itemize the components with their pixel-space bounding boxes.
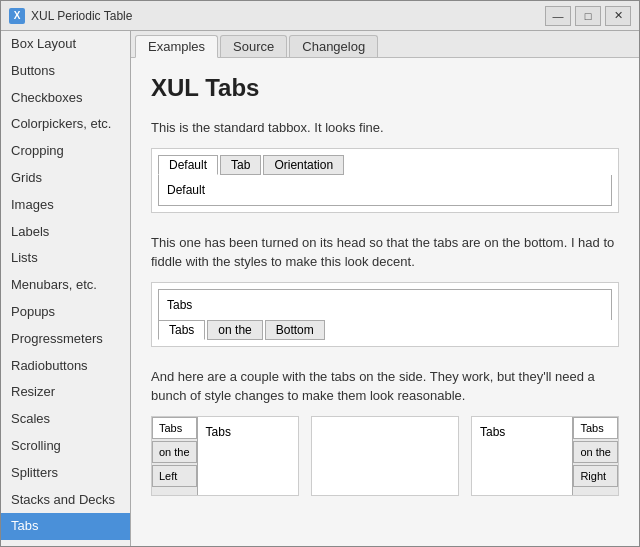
demo-box-1: Default Tab Orientation Default — [151, 148, 619, 213]
sidebar-item-cropping[interactable]: Cropping — [1, 138, 130, 165]
demo-tab-row-bottom: Tabs on the Bottom — [158, 320, 612, 340]
sidebar-item-splitters[interactable]: Splitters — [1, 460, 130, 487]
demo-box-right: Tabs Tabs on the Right — [471, 416, 619, 496]
side-tab-tabs-right[interactable]: Tabs — [573, 417, 618, 439]
app-icon: X — [9, 8, 25, 24]
middle-spacer — [311, 416, 459, 496]
side-tab-on-the-left[interactable]: on the — [152, 441, 197, 463]
sidebar-item-images[interactable]: Images — [1, 192, 130, 219]
demo-box-2: Tabs Tabs on the Bottom — [151, 282, 619, 347]
demo-tab-row-1: Default Tab Orientation — [158, 155, 612, 175]
section-standard: This is the standard tabbox. It looks fi… — [151, 118, 619, 213]
close-button[interactable]: ✕ — [605, 6, 631, 26]
demo-tab-tabs[interactable]: Tabs — [158, 320, 205, 340]
sidebar-item-tabs[interactable]: Tabs — [1, 513, 130, 540]
demo-tab-bottom[interactable]: Bottom — [265, 320, 325, 340]
sidebar-item-stacks-and-decks[interactable]: Stacks and Decks — [1, 487, 130, 514]
maximize-button[interactable]: □ — [575, 6, 601, 26]
side-content-right: Tabs — [472, 417, 572, 495]
minimize-button[interactable]: — — [545, 6, 571, 26]
demo-tab-tab[interactable]: Tab — [220, 155, 261, 175]
demo-tab-on-the[interactable]: on the — [207, 320, 262, 340]
demo-tabs-standard: Default Tab Orientation Default — [158, 155, 612, 206]
demo-tab-orientation[interactable]: Orientation — [263, 155, 344, 175]
side-tab-on-the-right[interactable]: on the — [573, 441, 618, 463]
demo-content-2: Tabs — [158, 289, 612, 320]
section-side: And here are a couple with the tabs on t… — [151, 367, 619, 496]
section2-desc: This one has been turned on its head so … — [151, 233, 619, 272]
window-controls: — □ ✕ — [545, 6, 631, 26]
sidebar-item-grids[interactable]: Grids — [1, 165, 130, 192]
titlebar: X XUL Periodic Table — □ ✕ — [1, 1, 639, 31]
tab-source[interactable]: Source — [220, 35, 287, 57]
demo-tab-default[interactable]: Default — [158, 155, 218, 175]
application-window: X XUL Periodic Table — □ ✕ Box LayoutBut… — [0, 0, 640, 547]
demo-tabs-bottom: Tabs Tabs on the Bottom — [158, 289, 612, 340]
sidebar-item-colorpickers--etc-[interactable]: Colorpickers, etc. — [1, 111, 130, 138]
sidebar: Box LayoutButtonsCheckboxesColorpickers,… — [1, 31, 131, 546]
sidebar-item-popups[interactable]: Popups — [1, 299, 130, 326]
sidebar-item-lists[interactable]: Lists — [1, 245, 130, 272]
side-tabs-left: Tabs on the Left — [152, 417, 198, 495]
tab-examples[interactable]: Examples — [135, 35, 218, 58]
side-tab-left[interactable]: Left — [152, 465, 197, 487]
sidebar-item-scrolling[interactable]: Scrolling — [1, 433, 130, 460]
demo-box-left: Tabs on the Left Tabs — [151, 416, 299, 496]
sidebar-item-textboxes[interactable]: Textboxes — [1, 540, 130, 546]
tab-bar: Examples Source Changelog — [131, 31, 639, 58]
side-tab-right[interactable]: Right — [573, 465, 618, 487]
side-tab-tabs-left[interactable]: Tabs — [152, 417, 197, 439]
side-tabs-right: Tabs on the Right — [572, 417, 618, 495]
side-content-left: Tabs — [198, 417, 298, 495]
sidebar-item-resizer[interactable]: Resizer — [1, 379, 130, 406]
tab-changelog[interactable]: Changelog — [289, 35, 378, 57]
sidebar-item-box-layout[interactable]: Box Layout — [1, 31, 130, 58]
sidebar-item-menubars--etc-[interactable]: Menubars, etc. — [1, 272, 130, 299]
main-content: XUL Tabs This is the standard tabbox. It… — [131, 58, 639, 546]
sidebar-item-scales[interactable]: Scales — [1, 406, 130, 433]
page-title: XUL Tabs — [151, 74, 619, 102]
section-bottom: This one has been turned on its head so … — [151, 233, 619, 347]
side-tabs-container: Tabs on the Left Tabs Tabs — [151, 416, 619, 496]
main-panel: Examples Source Changelog XUL Tabs This … — [131, 31, 639, 546]
sidebar-item-progressmeters[interactable]: Progressmeters — [1, 326, 130, 353]
sidebar-item-labels[interactable]: Labels — [1, 219, 130, 246]
sidebar-item-buttons[interactable]: Buttons — [1, 58, 130, 85]
content-area: Box LayoutButtonsCheckboxesColorpickers,… — [1, 31, 639, 546]
sidebar-item-checkboxes[interactable]: Checkboxes — [1, 85, 130, 112]
section3-desc: And here are a couple with the tabs on t… — [151, 367, 619, 406]
sidebar-item-radiobuttons[interactable]: Radiobuttons — [1, 353, 130, 380]
demo-content-1: Default — [158, 175, 612, 206]
section1-desc: This is the standard tabbox. It looks fi… — [151, 118, 619, 138]
window-title: XUL Periodic Table — [31, 9, 545, 23]
